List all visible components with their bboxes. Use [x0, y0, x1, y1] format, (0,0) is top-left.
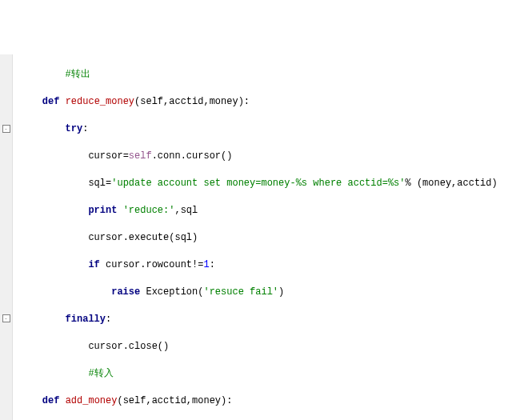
code-line[interactable]: cursor.close()	[19, 340, 498, 354]
code-line[interactable]: sql='update account set money=money-%s w…	[19, 177, 498, 190]
code-line[interactable]: #转出	[19, 68, 498, 82]
code-area[interactable]: #转出 def reduce_money(self,acctid,money):…	[13, 54, 498, 420]
code-line[interactable]: cursor.execute(sql)	[19, 231, 498, 245]
code-line[interactable]: cursor=self.conn.cursor()	[19, 150, 498, 163]
code-line[interactable]: def reduce_money(self,acctid,money):	[19, 95, 498, 109]
fold-toggle-icon[interactable]: -	[2, 314, 10, 322]
code-line[interactable]: print 'reduce:',sql	[19, 204, 498, 218]
code-editor[interactable]: - - - #转出 def reduce_money(self,acctid,m…	[0, 54, 512, 420]
fold-toggle-icon[interactable]: -	[2, 125, 10, 133]
code-line[interactable]: try:	[19, 122, 498, 136]
code-line[interactable]: #转入	[19, 367, 498, 381]
code-line[interactable]: def add_money(self,acctid,money):	[19, 394, 498, 408]
fold-gutter[interactable]: - - -	[0, 54, 13, 420]
code-line[interactable]: finally:	[19, 313, 498, 326]
code-line[interactable]: if cursor.rowcount!=1:	[19, 258, 498, 272]
code-line[interactable]: raise Exception('resuce fail')	[19, 286, 498, 299]
